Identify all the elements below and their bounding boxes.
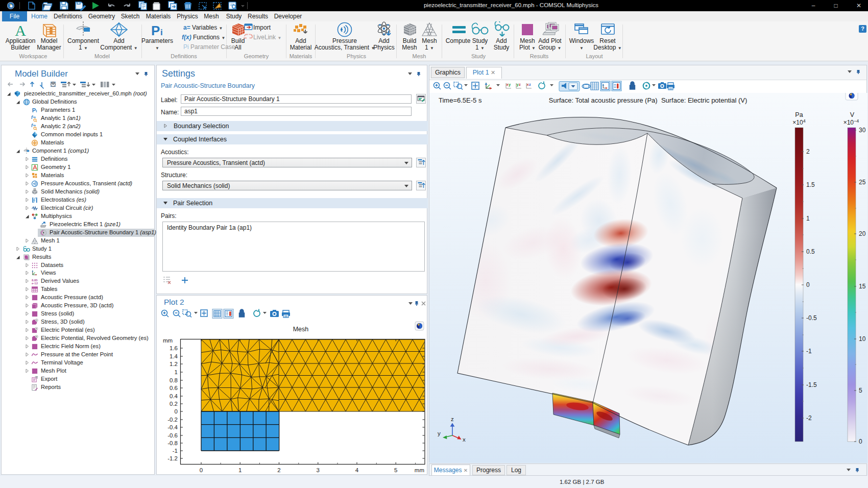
svg-text:-2: -2 <box>806 414 812 422</box>
svg-text:z: z <box>529 82 531 87</box>
svg-text:y: y <box>509 82 511 87</box>
svg-text:1: 1 <box>806 215 810 222</box>
svg-text:15: 15 <box>859 283 866 290</box>
svg-text:5: 5 <box>394 467 397 473</box>
svg-text:1.6: 1.6 <box>170 345 178 351</box>
svg-text:2: 2 <box>806 148 810 155</box>
svg-text:0.2: 0.2 <box>170 401 178 407</box>
svg-text:x: x <box>463 436 466 443</box>
svg-text:Pa: Pa <box>795 111 803 118</box>
svg-text:8.85: 8.85 <box>32 279 38 282</box>
svg-text:A: A <box>15 22 26 39</box>
svg-text:mm: mm <box>415 467 424 473</box>
svg-text:25: 25 <box>859 179 866 186</box>
svg-text:0: 0 <box>859 438 862 445</box>
svg-text:1.2: 1.2 <box>170 361 178 367</box>
svg-text:y: y <box>438 430 441 436</box>
svg-text:z: z <box>451 416 454 422</box>
svg-text:Time=6.5E-5 s: Time=6.5E-5 s <box>439 96 482 104</box>
svg-text:z: z <box>519 82 521 87</box>
svg-text:0: 0 <box>175 408 178 414</box>
svg-text:30: 30 <box>859 127 866 134</box>
svg-text:i: i <box>36 109 37 113</box>
svg-text:V: V <box>850 111 855 118</box>
svg-text:e-12: e-12 <box>32 282 38 285</box>
svg-text:0: 0 <box>200 467 203 473</box>
svg-text:20: 20 <box>859 230 866 237</box>
svg-text:-0.4: -0.4 <box>167 424 178 430</box>
svg-text:4: 4 <box>355 467 359 473</box>
svg-text:1.5: 1.5 <box>806 181 815 188</box>
svg-text:-0.5: -0.5 <box>806 314 817 322</box>
svg-text:1.4: 1.4 <box>170 353 178 359</box>
svg-text:0.8: 0.8 <box>170 377 178 383</box>
svg-text:-1: -1 <box>806 348 812 355</box>
svg-text:0: 0 <box>806 281 810 288</box>
svg-text:-0.6: -0.6 <box>167 432 178 438</box>
svg-text:Surface: Total acoustic pressu: Surface: Total acoustic pressure (Pa) Su… <box>549 96 747 104</box>
svg-text:-1.2: -1.2 <box>167 455 178 461</box>
svg-text:2: 2 <box>277 467 280 473</box>
svg-text:-1: -1 <box>173 448 178 454</box>
svg-text:5: 5 <box>859 387 862 394</box>
svg-text:1: 1 <box>175 369 178 375</box>
svg-text:0.4: 0.4 <box>170 393 178 399</box>
svg-text:1: 1 <box>238 467 242 473</box>
svg-text:mm: mm <box>163 337 173 344</box>
svg-text:-1.5: -1.5 <box>806 381 817 388</box>
svg-text:Mesh: Mesh <box>293 326 309 333</box>
svg-text:-0.2: -0.2 <box>167 417 178 423</box>
svg-text:P: P <box>151 23 160 38</box>
svg-text:10: 10 <box>859 335 866 343</box>
svg-text:0.5: 0.5 <box>806 248 815 255</box>
svg-text:-0.8: -0.8 <box>167 440 178 446</box>
svg-text:i: i <box>160 28 163 37</box>
svg-text:3: 3 <box>317 467 320 473</box>
svg-text:0.6: 0.6 <box>170 385 178 391</box>
